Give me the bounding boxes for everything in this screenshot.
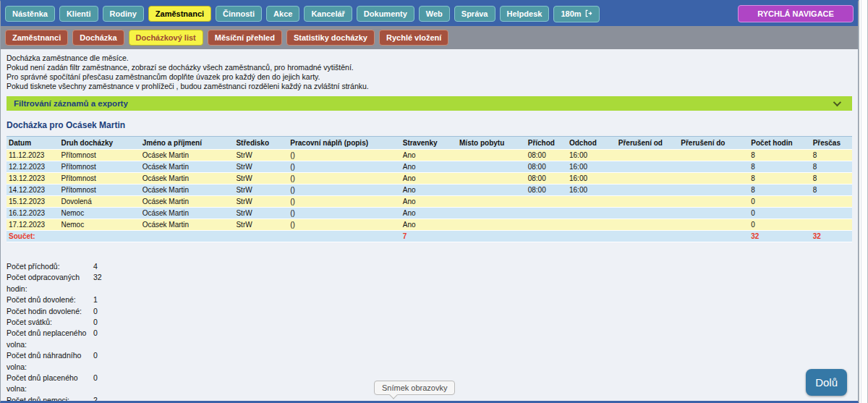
table-cell: Ano	[401, 184, 457, 196]
table-cell: ()	[288, 173, 400, 184]
top-nav-tab-sprava[interactable]: Správa	[454, 6, 495, 22]
table-row: 12.12.2023PřítomnostOcásek MartinStrW()A…	[7, 161, 852, 173]
table-cell	[457, 231, 526, 242]
top-navigation-bar: NástěnkaKlientiRodinyZaměstnanciČinnosti…	[1, 1, 858, 26]
table-cell: Přítomnost	[59, 184, 140, 196]
scrollbar-track-line	[861, 0, 861, 403]
column-header-druh-dochazky: Druh docházky	[59, 137, 140, 150]
table-cell: 08:00	[526, 161, 567, 173]
table-cell: ()	[288, 161, 400, 173]
table-cell: 15.12.2023	[7, 196, 59, 208]
column-header-odchod: Odchod	[567, 137, 616, 150]
scroll-down-button[interactable]: Dolů	[806, 369, 847, 396]
sub-nav-items: ZaměstnanciDocházkaDocházkový listMěsíčn…	[5, 30, 448, 46]
stat-row: Počet dnů dovolené:1	[7, 294, 852, 305]
column-header-prescas: Přesčas	[811, 137, 852, 150]
table-cell: StrW	[234, 161, 288, 173]
table-cell	[457, 196, 526, 208]
top-nav-items: NástěnkaKlientiRodinyZaměstnanciČinnosti…	[5, 6, 549, 22]
table-row: 14.12.2023PřítomnostOcásek MartinStrW()A…	[7, 184, 852, 196]
description-line: Pokud není zadán filtr zaměstnance, zobr…	[7, 63, 852, 72]
table-cell: Ano	[401, 196, 457, 208]
table-cell: 8	[811, 173, 852, 184]
chevron-down-icon	[833, 98, 841, 106]
stat-label: Počet svátků:	[7, 317, 93, 328]
table-cell	[616, 219, 679, 231]
column-header-pocet-hodin: Počet hodin	[749, 137, 810, 150]
filter-panel-header[interactable]: Filtrování záznamů a exporty	[7, 96, 852, 111]
top-nav-tab-web[interactable]: Web	[419, 6, 450, 22]
column-header-datum: Datum	[7, 137, 59, 150]
table-cell	[567, 208, 616, 219]
sub-nav-tab-zamestnanci[interactable]: Zaměstnanci	[5, 30, 68, 46]
table-row: 11.12.2023PřítomnostOcásek MartinStrW()A…	[7, 150, 852, 161]
sub-nav-tab-statistiky-dochazky[interactable]: Statistiky docházky	[286, 30, 375, 46]
table-cell: 0	[749, 208, 810, 219]
table-row: 15.12.2023DovolenáOcásek MartinStrW()Ano…	[7, 196, 852, 208]
sub-nav-tab-dochazka[interactable]: Docházka	[72, 30, 124, 46]
table-cell: Ano	[401, 150, 457, 161]
stat-label: Počet odpracovaných hodin:	[7, 272, 93, 294]
sub-nav-tab-mesicni-prehled[interactable]: Měsíční přehled	[208, 30, 282, 46]
table-cell: 0	[749, 196, 810, 208]
table-cell: 7	[401, 231, 457, 242]
description: Docházka zaměstnance dle měsíce.Pokud ne…	[1, 49, 858, 93]
stat-value: 32	[93, 272, 102, 294]
top-nav-tab-zamestnanci[interactable]: Zaměstnanci	[148, 6, 211, 22]
stat-row: Počet dnů náhradního volna:0	[7, 350, 852, 373]
table-cell: StrW	[234, 219, 288, 231]
table-cell: Ocásek Martin	[140, 173, 234, 184]
stat-label: Počet hodin dovolené:	[7, 306, 93, 317]
top-nav-tab-cinnosti[interactable]: Činnosti	[216, 6, 262, 22]
description-line: Docházka zaměstnance dle měsíce.	[7, 54, 852, 63]
table-cell	[457, 219, 526, 231]
top-nav-tab-kancelar[interactable]: Kancelář	[304, 6, 352, 22]
top-nav-tab-nastenka[interactable]: Nástěnka	[5, 6, 55, 22]
stat-value: 0	[93, 328, 98, 350]
sub-nav-tab-rychle-vlozeni[interactable]: Rychlé vložení	[379, 30, 448, 46]
cursor-tooltip: Snímek obrazovky	[374, 381, 455, 395]
table-cell: Ano	[401, 161, 457, 173]
table-cell	[526, 208, 567, 219]
table-cell: 17.12.2023	[7, 219, 59, 231]
top-nav-tab-akce[interactable]: Akce	[266, 6, 299, 22]
stat-value: 0	[93, 350, 98, 373]
stat-label: Počet dnů placeného volna:	[7, 373, 93, 395]
top-nav-tab-klienti[interactable]: Klienti	[59, 6, 98, 22]
top-nav-tab-rodiny[interactable]: Rodiny	[103, 6, 144, 22]
table-cell: 0	[749, 219, 810, 231]
table-cell: Součet:	[7, 231, 59, 242]
attendance-heading: Docházka pro Ocásek Martin	[7, 120, 852, 130]
table-cell: StrW	[234, 196, 288, 208]
table-cell	[616, 173, 679, 184]
page-scrollbar[interactable]	[859, 0, 868, 403]
stat-row: Počet dnů nemoci:2	[7, 395, 852, 403]
session-timer-button[interactable]: 180m	[553, 6, 599, 22]
table-cell: Nemoc	[59, 219, 140, 231]
table-sum-row: Součet:73232	[7, 231, 852, 242]
table-cell	[678, 173, 749, 184]
top-nav-tab-dokumenty[interactable]: Dokumenty	[357, 6, 414, 22]
table-cell	[457, 161, 526, 173]
table-cell: 8	[749, 150, 810, 161]
table-cell	[678, 231, 749, 242]
table-cell	[59, 231, 140, 242]
table-cell: 8	[749, 184, 810, 196]
top-nav-tab-helpdesk[interactable]: Helpdesk	[500, 6, 550, 22]
table-cell	[678, 196, 749, 208]
logout-icon	[584, 9, 592, 19]
column-header-pracovni-napln-popis: Pracovní náplň (popis)	[288, 137, 400, 150]
stat-row: Počet hodin dovolené:0	[7, 306, 852, 317]
table-cell: 13.12.2023	[7, 173, 59, 184]
quick-navigation-button[interactable]: RYCHLÁ NAVIGACE	[738, 5, 854, 22]
table-cell: 16:00	[567, 173, 616, 184]
table-cell	[457, 173, 526, 184]
table-cell: ()	[288, 219, 400, 231]
table-cell: 14.12.2023	[7, 184, 59, 196]
stat-row: Počet svátků:0	[7, 317, 852, 328]
stat-row: Počet dnů neplaceného volna:0	[7, 328, 852, 350]
table-cell	[616, 184, 679, 196]
table-cell	[457, 150, 526, 161]
table-cell: Přítomnost	[59, 173, 140, 184]
sub-nav-tab-dochazkovy-list[interactable]: Docházkový list	[129, 30, 203, 46]
